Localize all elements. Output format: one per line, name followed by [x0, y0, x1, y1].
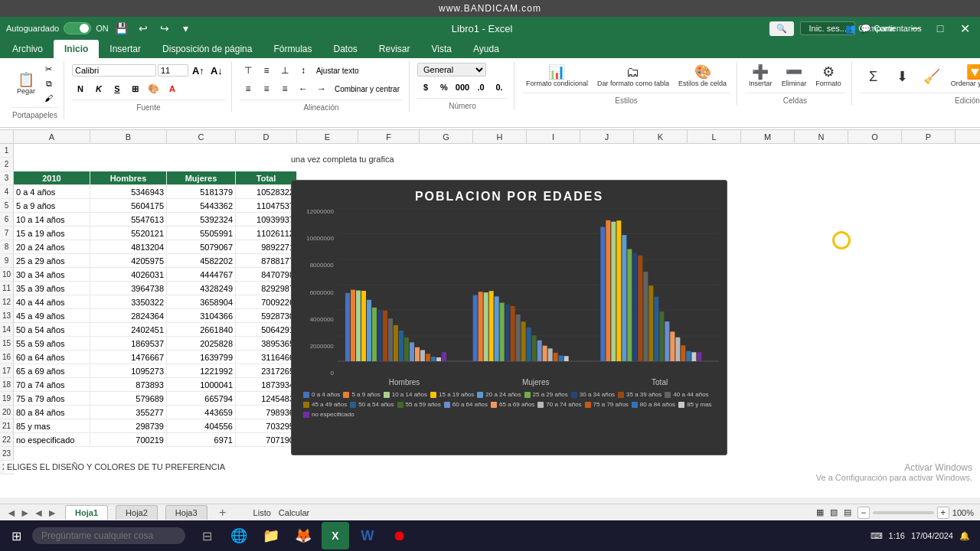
start-btn[interactable]: ⊞ — [4, 523, 28, 548]
col-header-F[interactable]: F — [358, 130, 420, 143]
cell-19-1[interactable]: 579689 — [90, 392, 167, 406]
cell-3-0[interactable]: 2010 — [14, 171, 90, 185]
cell-4-2[interactable]: 5181379 — [167, 185, 236, 199]
fill-btn[interactable]: ⬇ — [889, 67, 916, 86]
autosave-toggle[interactable] — [64, 22, 91, 34]
cell-15-1[interactable]: 1869537 — [90, 337, 167, 350]
align-top-btn[interactable]: ⊤ — [240, 63, 256, 78]
cell-18-3[interactable]: 1873934 — [236, 378, 297, 392]
align-bottom-btn[interactable]: ⊥ — [276, 63, 293, 78]
cell-4-0[interactable]: 0 a 4 años — [14, 185, 90, 199]
cell-4-3[interactable]: 10528322 — [236, 185, 297, 199]
cortar-btn[interactable]: ✂ — [41, 63, 56, 76]
cell-12-1[interactable]: 3350322 — [90, 295, 167, 309]
cell-11-0[interactable]: 35 a 39 años — [14, 282, 90, 295]
maximize-btn[interactable]: □ — [931, 19, 949, 37]
cell-5-0[interactable]: 5 a 9 años — [14, 199, 90, 213]
tab-disposicion[interactable]: Disposición de página — [152, 40, 263, 58]
row-num-14[interactable]: 14 — [0, 323, 14, 337]
align-middle-btn[interactable]: ≡ — [258, 63, 275, 78]
cell-22-3[interactable]: 707190 — [236, 433, 297, 447]
font-name-input[interactable] — [72, 64, 156, 77]
zoom-slider[interactable] — [873, 511, 934, 514]
percent-btn[interactable]: % — [436, 80, 452, 95]
row-num-23[interactable]: 23 — [0, 447, 14, 461]
taskbar-excel[interactable]: X — [322, 522, 349, 549]
save-icon[interactable]: 💾 — [113, 20, 130, 37]
redo-icon[interactable]: ↪ — [156, 20, 173, 37]
formato-btn[interactable]: ⚙ Formato — [812, 63, 845, 90]
cell-13-0[interactable]: 45 a 49 años — [14, 309, 90, 323]
copiar-formato-btn[interactable]: 🖌 — [41, 92, 56, 104]
number-format-select[interactable]: General Número Moneda Porcentaje — [417, 63, 486, 77]
col-header-M[interactable]: M — [741, 130, 795, 143]
copiar-btn[interactable]: ⧉ — [41, 77, 56, 90]
cell-13-2[interactable]: 3104366 — [167, 309, 236, 323]
corner-cell[interactable] — [0, 130, 14, 143]
border-btn[interactable]: ⊞ — [127, 81, 144, 96]
view-normal-btn[interactable]: ▦ — [816, 507, 824, 517]
pegar-button[interactable]: 📋 Pegar — [12, 70, 40, 97]
cell-16-0[interactable]: 60 a 64 años — [14, 350, 90, 364]
currency-btn[interactable]: $ — [417, 80, 434, 95]
cell-17-2[interactable]: 1221992 — [167, 364, 236, 378]
row-num-2[interactable]: 2 — [0, 158, 14, 171]
tab-insertar[interactable]: Insertar — [99, 40, 152, 58]
row-num-9[interactable]: 9 — [0, 254, 14, 268]
formato-condicional-btn[interactable]: 📊 Formato condicional — [522, 63, 592, 90]
search-box[interactable]: 🔍 — [769, 21, 794, 36]
row-num-4[interactable]: 4 — [0, 185, 14, 199]
chart[interactable]: POBLACION POR EDADES 0 2000000 4000000 6… — [291, 180, 727, 455]
sheet-nav[interactable]: ◄ ► ◄ ► — [6, 507, 57, 519]
tab-archivo[interactable]: Archivo — [2, 40, 54, 58]
cell-15-2[interactable]: 2025828 — [167, 337, 236, 350]
ordenar-filtrar-btn[interactable]: 🔽 Ordenar y filtrar — [947, 63, 980, 90]
cell-13-1[interactable]: 2824364 — [90, 309, 167, 323]
cell-6-0[interactable]: 10 a 14 años — [14, 213, 90, 227]
cell-18-1[interactable]: 873893 — [90, 378, 167, 392]
cell-21-2[interactable]: 404556 — [167, 419, 236, 433]
estilos-celda-btn[interactable]: 🎨 Estilos de celda — [675, 63, 730, 90]
cell-20-2[interactable]: 443659 — [167, 406, 236, 419]
cell-6-3[interactable]: 10939937 — [236, 213, 297, 227]
taskbar-search[interactable] — [32, 527, 185, 544]
cell-7-0[interactable]: 15 a 19 años — [14, 227, 90, 240]
cell-21-3[interactable]: 703295 — [236, 419, 297, 433]
cell-9-1[interactable]: 4205975 — [90, 254, 167, 268]
col-header-N[interactable]: N — [795, 130, 848, 143]
taskbar-edge[interactable]: 🌐 — [225, 522, 253, 549]
cell-5-1[interactable]: 5604175 — [90, 199, 167, 213]
row-num-3[interactable]: 3 — [0, 171, 14, 185]
cell-16-3[interactable]: 3116466 — [236, 350, 297, 364]
cell-19-3[interactable]: 1245483 — [236, 392, 297, 406]
cell-10-1[interactable]: 4026031 — [90, 268, 167, 282]
cell-12-0[interactable]: 40 a 44 años — [14, 295, 90, 309]
cell-14-0[interactable]: 50 a 54 años — [14, 323, 90, 337]
taskbar-media[interactable]: ⏺ — [386, 522, 413, 549]
cell-3-3[interactable]: Total — [236, 171, 297, 185]
cell-13-3[interactable]: 5928730 — [236, 309, 297, 323]
align-right-btn[interactable]: ≡ — [276, 81, 293, 96]
cell-6-2[interactable]: 5392324 — [167, 213, 236, 227]
cell-14-1[interactable]: 2402451 — [90, 323, 167, 337]
cell-21-0[interactable]: 85 y mas — [14, 419, 90, 433]
tab-datos[interactable]: Datos — [322, 40, 368, 58]
decimal-inc-btn[interactable]: .0 — [472, 80, 489, 95]
cell-3-2[interactable]: Mujeres — [167, 171, 236, 185]
cell-7-3[interactable]: 11026112 — [236, 227, 297, 240]
taskbar-firefox[interactable]: 🦊 — [289, 522, 317, 549]
cell-15-0[interactable]: 55 a 59 años — [14, 337, 90, 350]
wrap-text-btn[interactable]: Ajustar texto — [313, 65, 362, 77]
sheet-tab-hoja1[interactable]: Hoja1 — [65, 505, 108, 520]
col-header-B[interactable]: B — [90, 130, 167, 143]
cell-3-1[interactable]: Hombres — [90, 171, 167, 185]
cell-17-0[interactable]: 65 a 69 años — [14, 364, 90, 378]
italic-btn[interactable]: K — [90, 81, 107, 96]
font-color-btn[interactable]: A — [164, 81, 181, 96]
taskbar-explorer[interactable]: 📁 — [257, 522, 285, 549]
taskbar-word[interactable]: W — [354, 522, 381, 549]
cell-10-3[interactable]: 8470798 — [236, 268, 297, 282]
col-header-J[interactable]: J — [580, 130, 634, 143]
row-num-15[interactable]: 15 — [0, 337, 14, 350]
insertar-btn[interactable]: ➕ Insertar — [745, 63, 776, 90]
